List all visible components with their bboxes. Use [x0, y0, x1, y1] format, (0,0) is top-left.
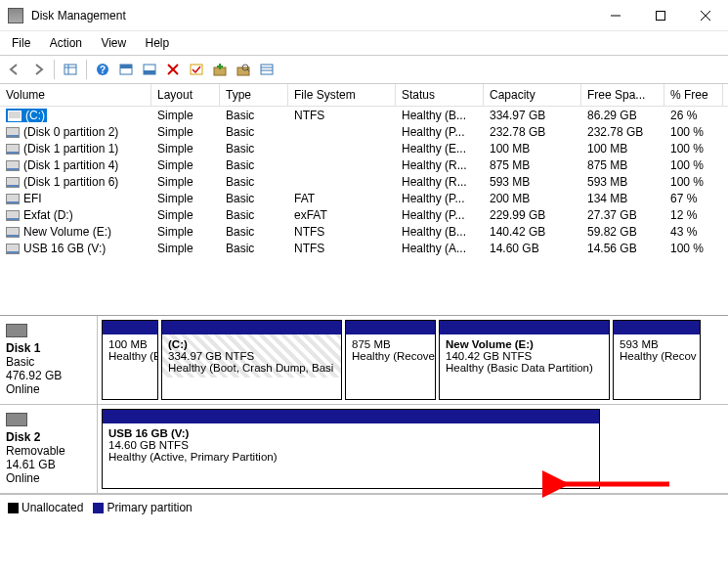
col-volume[interactable]: Volume [0, 84, 151, 106]
disk-header[interactable]: Disk 2Removable14.61 GBOnline [0, 405, 98, 493]
help-icon[interactable]: ? [92, 59, 113, 80]
column-headers[interactable]: Volume Layout Type File System Status Ca… [0, 84, 728, 107]
minimize-button[interactable] [593, 0, 638, 31]
layout-top-icon[interactable] [115, 59, 137, 80]
legend-unallocated-label: Unallocated [21, 501, 83, 514]
legend-primary-label: Primary partition [107, 501, 192, 514]
col-freespace[interactable]: Free Spa... [581, 84, 664, 106]
menu-file[interactable]: File [4, 33, 38, 53]
col-capacity[interactable]: Capacity [484, 84, 581, 106]
volume-row[interactable]: (Disk 1 partition 1)SimpleBasicHealthy (… [0, 140, 728, 156]
forward-icon[interactable] [27, 59, 49, 80]
svg-rect-1 [657, 11, 665, 20]
volume-row[interactable]: Exfat (D:)SimpleBasicexFATHealthy (P...2… [0, 206, 728, 223]
check-icon[interactable] [186, 59, 207, 80]
back-icon[interactable] [4, 59, 25, 80]
delete-icon[interactable] [162, 59, 184, 80]
layout-bottom-icon[interactable] [139, 59, 160, 80]
title-bar: Disk Management [0, 0, 728, 31]
grid-icon[interactable] [60, 59, 81, 80]
partition[interactable]: 593 MBHealthy (Recov [613, 320, 701, 400]
add-disk-icon[interactable] [209, 59, 231, 80]
volume-row[interactable]: (Disk 0 partition 2)SimpleBasicHealthy (… [0, 123, 728, 140]
disk-icon [6, 413, 27, 426]
maximize-button[interactable] [638, 0, 683, 31]
volume-row[interactable]: (C:)SimpleBasicNTFSHealthy (B...334.97 G… [0, 107, 728, 123]
disk-row: Disk 1Basic476.92 GBOnline100 MBHealthy … [0, 316, 728, 405]
disk-header[interactable]: Disk 1Basic476.92 GBOnline [0, 316, 98, 404]
volume-row[interactable]: (Disk 1 partition 6)SimpleBasicHealthy (… [0, 173, 728, 190]
partition[interactable]: New Volume (E:)140.42 GB NTFSHealthy (Ba… [439, 320, 610, 400]
menu-bar: File Action View Help [0, 31, 728, 56]
partition[interactable]: 875 MBHealthy (Recove [345, 320, 436, 400]
search-disk-icon[interactable] [233, 59, 254, 80]
app-icon [8, 8, 23, 23]
col-filesystem[interactable]: File System [288, 84, 396, 106]
properties-icon[interactable] [256, 59, 278, 80]
svg-rect-4 [64, 65, 76, 74]
svg-rect-15 [191, 65, 202, 74]
col-status[interactable]: Status [396, 84, 484, 106]
volume-list[interactable]: Volume Layout Type File System Status Ca… [0, 84, 728, 256]
col-type[interactable]: Type [220, 84, 288, 106]
annotation-arrow [542, 465, 679, 504]
svg-rect-20 [261, 65, 273, 74]
menu-help[interactable]: Help [138, 33, 178, 53]
svg-text:?: ? [100, 65, 106, 75]
menu-view[interactable]: View [93, 33, 134, 53]
menu-action[interactable]: Action [42, 33, 90, 53]
volume-row[interactable]: USB 16 GB (V:)SimpleBasicNTFSHealthy (A.… [0, 240, 728, 256]
col-layout[interactable]: Layout [151, 84, 220, 106]
volume-row[interactable]: New Volume (E:)SimpleBasicNTFSHealthy (B… [0, 223, 728, 240]
partition[interactable]: (C:)334.97 GB NTFSHealthy (Boot, Crash D… [161, 320, 342, 400]
close-button[interactable] [683, 0, 728, 31]
disk-icon [6, 324, 27, 337]
partition[interactable]: 100 MBHealthy (E [102, 320, 158, 400]
legend-unallocated-swatch [8, 503, 19, 513]
volume-row[interactable]: EFISimpleBasicFATHealthy (P...200 MB134 … [0, 190, 728, 206]
svg-rect-12 [144, 70, 155, 74]
col-pctfree[interactable]: % Free [664, 84, 723, 106]
toolbar: ? [0, 56, 728, 84]
legend-primary-swatch [93, 503, 104, 513]
window-title: Disk Management [31, 9, 593, 22]
partition[interactable]: USB 16 GB (V:)14.60 GB NTFSHealthy (Acti… [102, 409, 600, 489]
volume-row[interactable]: (Disk 1 partition 4)SimpleBasicHealthy (… [0, 156, 728, 173]
svg-rect-10 [120, 65, 132, 68]
